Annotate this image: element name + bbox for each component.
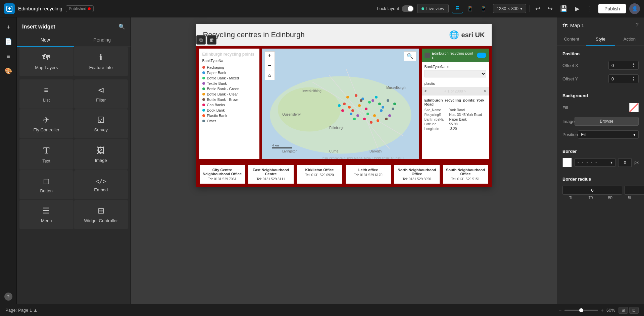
widget-filter-label: Filter <box>96 98 106 103</box>
position-select[interactable]: Fit ▾ <box>578 130 639 139</box>
play-button[interactable]: ▶ <box>573 4 582 14</box>
feature-nav-text: < 1 of 2000 > <box>444 89 466 93</box>
svg-rect-45 <box>272 147 292 148</box>
feature-toggle-switch[interactable] <box>477 53 486 58</box>
svg-point-34 <box>385 118 388 120</box>
fill-color-box[interactable] <box>629 103 639 112</box>
fit-width-button[interactable]: ⊞ <box>618 307 628 314</box>
filter-icon: ⊲ <box>98 85 104 95</box>
offset-x-label: Offset X <box>562 63 578 68</box>
toolbar-copy-button[interactable]: ⧉ <box>196 35 206 45</box>
home-button[interactable]: ⌂ <box>265 70 275 80</box>
more-button[interactable]: ⋮ <box>585 4 595 14</box>
lock-layout-toggle[interactable] <box>402 5 414 12</box>
office-tel-0: Tel: 0131 529 7061 <box>202 177 242 181</box>
position-section: Position Offset X 0 ▲ ▼ Offset Y <box>557 46 644 93</box>
widget-text[interactable]: T Text <box>19 139 73 170</box>
zoom-level: 60% <box>606 308 615 313</box>
undo-button[interactable]: ↩ <box>533 4 542 14</box>
zoom-out-button[interactable]: − <box>265 61 275 70</box>
radius-tl[interactable] <box>562 186 622 195</box>
tablet-icon[interactable]: 📱 <box>464 4 476 13</box>
browse-button[interactable]: Browse <box>575 117 639 126</box>
zoom-controls: − + 60% <box>558 307 615 313</box>
tab-pending[interactable]: Pending <box>74 34 131 47</box>
offset-x-input[interactable]: 0 ▲ ▼ <box>608 61 639 70</box>
canvas-area: Recycling centres in Edinburgh 🌐 esri UK… <box>131 17 557 304</box>
zoom-out-bottom[interactable]: − <box>558 307 561 313</box>
mobile-icon[interactable]: 📱 <box>478 4 490 13</box>
lock-layout-container: Lock layout <box>377 5 414 12</box>
zoom-in-button[interactable]: + <box>265 52 275 61</box>
zoom-in-bottom[interactable]: + <box>601 307 604 313</box>
icon-bar-plus[interactable]: ＋ <box>2 21 14 33</box>
offset-y-input[interactable]: 0 ▲ ▼ <box>608 74 639 83</box>
search-map-button[interactable]: 🔍 <box>404 51 416 61</box>
radius-tr[interactable] <box>624 186 644 195</box>
icon-bar-layers[interactable]: ≡ <box>2 50 14 62</box>
widget-map-layers[interactable]: 🗺 Map Layers <box>19 47 73 76</box>
offset-y-row: Offset Y 0 ▲ ▼ <box>562 74 639 83</box>
widget-feature-info[interactable]: ℹ Feature Info <box>74 47 128 76</box>
legend-item-2: Bottle Bank - Mixed <box>202 76 256 80</box>
office-name-5: South Neighbourhood Office <box>446 168 486 176</box>
widget-embed[interactable]: </> Embed <box>74 170 128 199</box>
icon-bar-help[interactable]: ? <box>4 293 12 301</box>
widget-filter[interactable]: ⊲ Filter <box>74 79 128 109</box>
widget-menu[interactable]: ☰ Menu <box>19 200 73 229</box>
widget-button[interactable]: ◻ Button <box>19 170 73 199</box>
tab-new[interactable]: New <box>17 34 74 47</box>
feature-key-0: Site_Name <box>425 108 448 112</box>
svg-point-27 <box>377 119 379 122</box>
widget-fly-controller[interactable]: ✈ Fly Controller <box>19 109 73 138</box>
feature-next-button[interactable]: > <box>484 89 486 93</box>
svg-text:Queensferry: Queensferry <box>282 113 301 116</box>
widget-search-button[interactable]: 🔍 <box>118 23 125 30</box>
right-tab-style[interactable]: Style <box>586 33 615 46</box>
office-tel-3: Tel: 0131 529 6170 <box>348 173 388 177</box>
border-line-select[interactable]: - - - - - ▾ <box>575 159 615 167</box>
widget-panel-title: Insert widget 🔍 <box>17 17 131 34</box>
offset-y-down[interactable]: ▼ <box>632 79 636 81</box>
zoom-slider[interactable] <box>564 310 598 311</box>
publish-button[interactable]: Publish <box>598 4 626 13</box>
right-tab-content[interactable]: Content <box>557 33 586 46</box>
widget-survey[interactable]: ☑ Survey <box>74 109 128 138</box>
legend-dot-2 <box>202 77 205 79</box>
widget-image[interactable]: 🖼 Image <box>74 139 128 170</box>
save-button[interactable]: 💾 <box>558 4 569 14</box>
offices-section: City Centre Neighbourhood Office Tel: 01… <box>196 162 492 187</box>
office-card-2: Kirkliston Office Tel: 0131 529 6920 <box>296 165 343 184</box>
fit-page-button[interactable]: ⊡ <box>629 307 639 314</box>
right-tab-action[interactable]: Action <box>615 33 644 46</box>
position2-label: Position <box>562 132 578 137</box>
desktop-icon[interactable]: 🖥 <box>452 4 463 13</box>
border-color-box[interactable] <box>562 158 572 167</box>
toolbar-delete-button[interactable]: 🗑 <box>207 35 216 45</box>
published-badge: Published <box>66 5 94 12</box>
feature-filter-select[interactable] <box>425 70 486 77</box>
map-layers-icon: 🗺 <box>42 53 50 62</box>
redo-button[interactable]: ↪ <box>546 4 555 14</box>
map-container[interactable]: + − ⌂ 🔍 <box>262 49 419 159</box>
feature-filter-value: plastic <box>422 80 489 87</box>
fill-row: Fill <box>562 103 639 112</box>
live-view-button[interactable]: Live view <box>417 4 448 13</box>
feature-key-2: BankTypeNa <box>425 118 448 121</box>
widget-controller[interactable]: ⊞ Widget Controller <box>74 200 128 229</box>
icon-bar-themes[interactable]: 🎨 <box>2 65 14 77</box>
panel-help-button[interactable]: ? <box>636 22 639 28</box>
offset-x-down[interactable]: ▼ <box>632 65 636 68</box>
main-layout: ＋ 📄 ≡ 🎨 ? Insert widget 🔍 New Pending 🗺 … <box>0 17 644 304</box>
widget-map-layers-label: Map Layers <box>35 65 58 70</box>
widget-list[interactable]: ≡ List <box>19 79 73 109</box>
office-name-0: City Centre Neighbourhood Office <box>202 168 242 176</box>
legend-item-1: Paper Bank <box>202 71 256 75</box>
feature-prev-button[interactable]: < <box>425 89 427 93</box>
list-icon: ≡ <box>44 85 49 95</box>
border-width-input[interactable] <box>618 159 632 167</box>
legend-dot-1 <box>202 71 205 74</box>
published-dot <box>88 7 91 10</box>
resolution-button[interactable]: 1280 × 800 ▾ <box>493 4 526 13</box>
icon-bar-pages[interactable]: 📄 <box>2 36 14 48</box>
